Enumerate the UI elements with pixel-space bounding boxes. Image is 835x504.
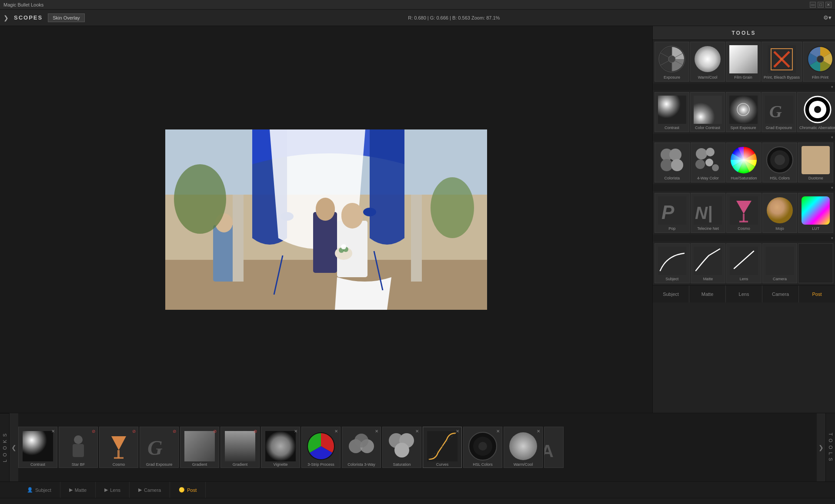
section-dropdown-3[interactable]: ▾ [831,186,833,190]
tool-hue-sat[interactable]: Hue/Saturation [726,143,762,182]
strip-saturation[interactable]: ✕ Saturation [382,427,421,468]
svg-point-32 [780,58,783,60]
expand-arrow[interactable]: ❯ [3,14,9,21]
tool-grad-exposure[interactable]: G Grad Exposure [762,92,796,132]
tool-color-contrast[interactable]: Color Contrast [690,92,725,132]
svg-rect-67 [802,196,830,225]
strip-close-3strip[interactable]: ✕ [333,428,339,434]
tab-subject[interactable]: Subject [653,285,689,302]
tool-duotone[interactable]: Duotone [798,143,833,182]
strip-gradient[interactable]: ⊘ Gradient [180,427,219,468]
strip-colorista3[interactable]: ✕ Colorista 3-Way [342,427,381,468]
tool-lens-line[interactable]: Lens [726,243,762,283]
svg-rect-69 [694,247,722,275]
strip-close-warm[interactable]: ✕ [535,428,541,434]
section-tab-lens[interactable]: ▶ Lens [96,482,130,498]
tab-post[interactable]: Post [799,285,835,302]
tab-matte[interactable]: Matte [689,285,726,302]
section-tab-matte[interactable]: ▶ Matte [60,482,96,498]
minimize-button[interactable]: — [810,2,816,8]
tool-warm-cool[interactable]: Warm/Cool [690,42,725,82]
strip-close-grad[interactable]: ⊘ [171,428,177,434]
strip-close-gradient2[interactable]: ⊘ [252,428,258,434]
chromatic-label: Chromatic Aberration [799,126,835,130]
grad-exposure-label: Grad Exposure [764,126,794,130]
strip-close-star[interactable]: ⊘ [90,428,97,434]
gear-icon[interactable]: ⚙▾ [823,14,832,21]
tool-chromatic[interactable]: Chromatic Aberration [797,92,835,132]
tool-contrast[interactable]: Contrast [655,92,689,132]
color-contrast-icon [692,94,723,125]
svg-point-57 [775,155,785,165]
matte-icon: ▶ [69,487,73,493]
maximize-button[interactable]: □ [818,2,824,8]
tool-film-grain[interactable]: Film Grain [726,42,761,82]
section-dropdown-2[interactable]: ▾ [831,135,833,139]
filmstrip-left-arrow[interactable]: ❮ [10,413,18,481]
svg-point-15 [174,164,226,234]
strip-close-saturation[interactable]: ✕ [414,428,420,434]
tool-telecine[interactable]: N| Telecine Net [691,193,726,233]
strip-gradient2[interactable]: ⊘ Gradient [220,427,260,468]
tool-4way-color[interactable]: 4-Way Color [691,143,726,182]
4way-label: 4-Way Color [693,176,724,180]
strip-curves[interactable]: ✕ Curves [423,427,462,468]
skin-overlay-button[interactable]: Skin Overlay [48,13,84,22]
tool-colorista[interactable]: Colorista [655,143,690,182]
strip-partial[interactable]: A [544,427,564,468]
tool-mojo[interactable]: Mojo [762,193,798,233]
section-dropdown-4[interactable]: ▾ [831,236,833,240]
strip-3strip-label: 3-Strip Process [307,461,334,468]
svg-point-66 [767,197,793,223]
strip-close-hsl[interactable]: ✕ [495,428,501,434]
strip-star-bf[interactable]: ⊘ Star BF [59,427,98,468]
tool-lut[interactable]: LUT [798,193,833,233]
tool-spot-exposure[interactable]: Spot Exposure [726,92,761,132]
lens-line-icon [728,245,759,276]
telecine-icon: N| [693,195,723,225]
svg-rect-64 [743,214,745,222]
filmstrip-right-arrow[interactable]: ❯ [817,413,825,481]
strip-close-colorista3[interactable]: ✕ [374,428,380,434]
close-button[interactable]: ✕ [825,2,832,8]
strip-contrast[interactable]: ✕ Contrast [18,427,57,468]
tool-film-print[interactable]: Film Print [803,42,835,82]
duotone-label: Duotone [800,176,831,180]
svg-point-16 [431,177,474,238]
tab-camera[interactable]: Camera [762,285,799,302]
section-dropdown-1[interactable]: ▾ [831,85,833,89]
strip-close-gradient[interactable]: ⊘ [212,428,218,434]
strip-close-vignette[interactable]: ✕ [293,428,299,434]
strip-close-contrast[interactable]: ✕ [50,428,56,434]
tool-pop[interactable]: P Pop [655,193,690,233]
print-bleach-label: Print, Bleach Bypass [764,75,800,80]
strip-close-cosmo[interactable]: ⊘ [131,428,137,434]
tab-lens[interactable]: Lens [726,285,762,302]
section-tab-camera[interactable]: ▶ Camera [130,482,170,498]
strip-star-bf-label: Star BF [72,461,85,468]
tool-exposure[interactable]: Exposure [655,42,689,82]
strip-close-curves[interactable]: ✕ [454,428,461,434]
strip-3strip[interactable]: ✕ 3-Strip Process [301,427,341,468]
strip-vignette[interactable]: ✕ Vignette [261,427,300,468]
subject-icon: 👤 [27,487,33,493]
tool-camera-line[interactable]: Camera [762,243,798,283]
strip-hsl[interactable]: ✕ HSL Colors [463,427,502,468]
tool-cosmo[interactable]: Cosmo [726,193,762,233]
svg-point-26 [695,46,721,72]
section-tab-post[interactable]: 🟡 Post [170,482,206,498]
strip-cosmo[interactable]: ⊘ Cosmo [99,427,138,468]
svg-text:N|: N| [695,203,712,222]
tool-subject-line[interactable]: Subject [655,243,690,283]
print-bleach-icon [767,44,797,74]
strip-grad-exposure[interactable]: ⊘ G Grad Exposure [140,427,179,468]
section-tab-subject[interactable]: 👤 Subject [18,482,60,498]
title-bar: Magic Bullet Looks — □ ✕ [0,0,835,10]
strip-warm-cool[interactable]: ✕ Warm/Cool [504,427,543,468]
tool-matte-line[interactable]: Matte [691,243,726,283]
tool-hsl-colors[interactable]: HSL Colors [762,143,798,182]
svg-rect-37 [729,96,758,124]
tool-print-bleach[interactable]: Print, Bleach Bypass [762,42,802,82]
svg-point-87 [354,434,368,448]
svg-rect-81 [184,431,215,461]
